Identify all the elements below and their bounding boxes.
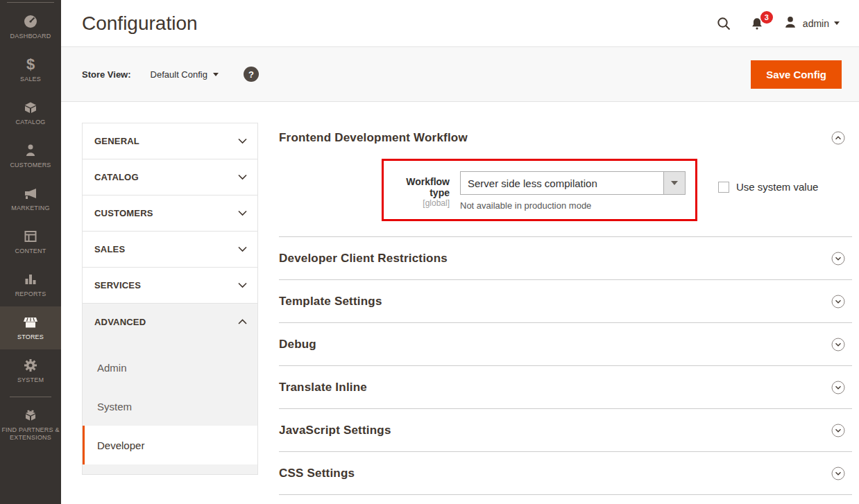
user-icon	[783, 15, 798, 33]
section-title: Template Settings	[279, 295, 382, 309]
section-title: Frontend Development Workflow	[279, 131, 468, 145]
expand-section-icon[interactable]	[831, 295, 845, 309]
config-group-label: SALES	[94, 244, 125, 254]
chevron-down-icon	[238, 138, 247, 144]
sidebar-item-content[interactable]: CONTENT	[0, 220, 61, 263]
sidebar-item-reports[interactable]: REPORTS	[0, 263, 61, 306]
content-area: GENERAL CATALOG CUSTOMERS SALES SERVICES…	[61, 102, 859, 504]
submenu-item-system[interactable]: System	[83, 387, 257, 426]
section-title: Debug	[279, 338, 316, 351]
submenu-item-developer[interactable]: Developer	[83, 426, 257, 464]
expand-section-icon[interactable]	[831, 424, 845, 437]
section-template-settings[interactable]: Template Settings	[279, 279, 852, 322]
config-group-general[interactable]: GENERAL	[83, 123, 257, 159]
sidebar-item-label: REPORTS	[14, 290, 48, 298]
content-icon	[22, 228, 39, 245]
config-group-customers[interactable]: CUSTOMERS	[83, 195, 257, 232]
store-view-switcher[interactable]: Default Config	[151, 69, 219, 80]
sidebar-item-system[interactable]: SYSTEM	[0, 349, 61, 392]
chevron-up-icon	[238, 319, 247, 325]
config-group-catalog[interactable]: CATALOG	[83, 159, 257, 195]
chevron-down-icon	[238, 282, 247, 288]
system-icon	[22, 357, 39, 374]
expand-section-icon[interactable]	[831, 381, 845, 394]
catalog-icon	[22, 99, 39, 116]
config-nav: GENERAL CATALOG CUSTOMERS SALES SERVICES…	[82, 123, 258, 475]
field-scope-label: [global]	[393, 198, 450, 208]
sidebar-top-rule	[7, 2, 54, 3]
expand-section-icon[interactable]	[831, 338, 845, 351]
admin-sidebar: DASHBOARD $ SALES CATALOG CUSTOMERS MARK…	[0, 0, 61, 504]
search-icon[interactable]	[716, 16, 731, 31]
config-group-label: CUSTOMERS	[94, 208, 153, 218]
store-view-toolbar: Store View: Default Config ? Save Config	[61, 46, 859, 102]
submenu-item-admin[interactable]: Admin	[83, 348, 257, 387]
sidebar-item-stores[interactable]: STORES	[0, 306, 61, 349]
collapse-section-icon[interactable]	[831, 131, 845, 145]
admin-username: admin	[803, 18, 829, 29]
config-group-label: SERVICES	[94, 280, 141, 290]
chevron-down-icon	[834, 21, 840, 25]
sidebar-item-label: CUSTOMERS	[8, 162, 52, 169]
sidebar-item-marketing[interactable]: MARKETING	[0, 177, 61, 220]
customers-icon	[22, 142, 39, 159]
field-label-column: Workflow type [global]	[393, 171, 450, 211]
developer-sections: Frontend Development Workflow Workflow t…	[279, 121, 852, 504]
config-group-advanced[interactable]: ADVANCED	[83, 304, 257, 340]
section-title: JavaScript Settings	[279, 424, 391, 437]
workflow-type-select[interactable]: Server side less compilation	[460, 171, 686, 195]
use-system-value-checkbox[interactable]	[718, 182, 729, 193]
config-group-sales[interactable]: SALES	[83, 232, 257, 268]
chevron-down-icon	[238, 210, 247, 216]
section-title: Translate Inline	[279, 381, 367, 394]
sections-bottom-divider	[279, 494, 852, 495]
expand-section-icon[interactable]	[831, 467, 845, 480]
workflow-type-label: Workflow type	[393, 176, 450, 198]
sidebar-item-catalog[interactable]: CATALOG	[0, 92, 61, 134]
section-javascript-settings[interactable]: JavaScript Settings	[279, 408, 852, 451]
page-title: Configuration	[82, 12, 198, 35]
store-view-label: Store View:	[82, 69, 131, 80]
main-area: Configuration 3 admin Store View: Defaul…	[61, 0, 859, 504]
stores-icon	[22, 314, 39, 331]
sidebar-item-label: STORES	[16, 333, 45, 341]
sidebar-item-label: SYSTEM	[16, 376, 45, 384]
sales-icon: $	[26, 56, 35, 73]
sidebar-item-label: CONTENT	[14, 247, 48, 255]
section-css-settings[interactable]: CSS Settings	[279, 451, 852, 494]
sidebar-divider	[10, 397, 51, 397]
marketing-icon	[22, 185, 39, 202]
help-icon[interactable]: ?	[244, 67, 259, 82]
section-title: Developer Client Restrictions	[279, 252, 448, 266]
sidebar-item-label: DASHBOARD	[9, 33, 53, 40]
header-actions: 3 admin	[716, 15, 840, 33]
expand-section-icon[interactable]	[831, 252, 845, 266]
use-system-value-group: Use system value	[718, 181, 818, 193]
admin-account-menu[interactable]: admin	[783, 15, 840, 33]
config-group-services[interactable]: SERVICES	[83, 268, 257, 304]
extensions-icon	[22, 407, 39, 424]
sidebar-item-customers[interactable]: CUSTOMERS	[0, 134, 61, 177]
section-header[interactable]: Frontend Development Workflow	[279, 121, 852, 153]
save-config-button[interactable]: Save Config	[751, 60, 842, 89]
select-dropdown-button[interactable]	[663, 172, 685, 194]
section-body: Workflow type [global] Server side less …	[279, 153, 852, 236]
section-translate-inline[interactable]: Translate Inline	[279, 365, 852, 408]
reports-icon	[22, 271, 39, 288]
sidebar-item-label: MARKETING	[10, 205, 51, 212]
sidebar-item-dashboard[interactable]: DASHBOARD	[0, 6, 61, 49]
page-header: Configuration 3 admin	[61, 0, 859, 46]
section-developer-client-restrictions[interactable]: Developer Client Restrictions	[279, 236, 852, 279]
notification-count-badge: 3	[760, 11, 773, 24]
store-view-value: Default Config	[151, 69, 207, 80]
workflow-type-highlight-box: Workflow type [global] Server side less …	[382, 159, 697, 221]
sidebar-item-find-partners[interactable]: FIND PARTNERS & EXTENSIONS	[0, 401, 61, 447]
sidebar-item-label: CATALOG	[14, 119, 46, 126]
dashboard-icon	[22, 13, 39, 30]
sidebar-item-sales[interactable]: $ SALES	[0, 49, 61, 92]
section-title: CSS Settings	[279, 467, 355, 480]
notifications-bell-icon[interactable]: 3	[749, 16, 765, 31]
section-debug[interactable]: Debug	[279, 322, 852, 365]
config-group-label: GENERAL	[94, 136, 139, 146]
sidebar-item-label: FIND PARTNERS & EXTENSIONS	[0, 426, 61, 442]
